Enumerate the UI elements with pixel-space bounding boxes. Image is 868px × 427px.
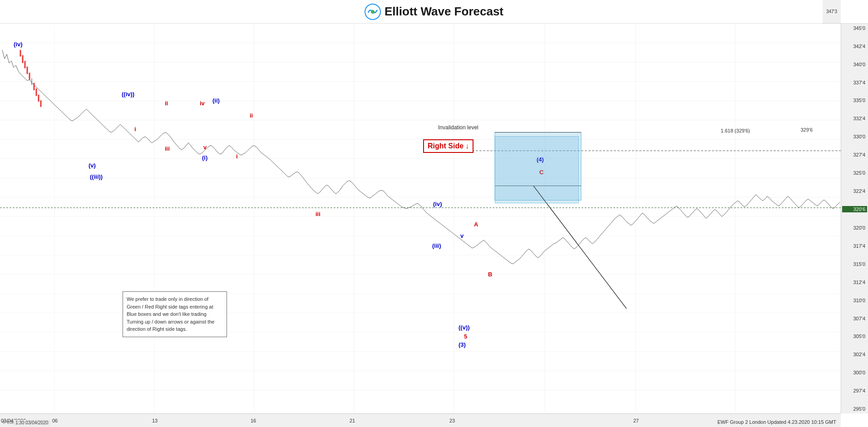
header: Elliott Wave Forecast (0, 0, 868, 24)
wave-label-3-blue: (3) (459, 341, 466, 348)
wave-label-iv-topleft: (iv) (14, 41, 23, 48)
price-322-4: 322'4 (842, 188, 867, 194)
right-side-arrow: ↓ (465, 142, 469, 150)
svg-line-43 (533, 186, 626, 309)
wave-label-5-red: 5 (464, 333, 467, 340)
invalidation-level-text: Invalidation level (438, 124, 478, 131)
corner-price: 347'3 (823, 0, 841, 24)
wave-label-iiiiii: ((iii)) (90, 173, 103, 180)
price-302-4: 302'4 (842, 352, 867, 357)
time-label-23: 23 (449, 418, 455, 423)
wave-label-i-red2: i (236, 153, 238, 160)
price-340-0: 340'0 (842, 62, 867, 67)
wave-label-i-blue: (i) (202, 154, 207, 161)
price-300-0: 300'0 (842, 370, 867, 375)
wave-label-i-red: i (134, 126, 136, 133)
wave-label-v-left: (v) (89, 162, 96, 169)
price-297-4: 297'4 (842, 388, 867, 393)
right-side-box: Right Side ↓ (423, 139, 473, 153)
chart-area: (iv) ((iv)) ((iii)) (v) ii iii i iv (ii)… (0, 24, 841, 413)
logo-icon (365, 4, 381, 20)
wave-label-iii-red1: iii (165, 145, 170, 152)
price-345-0: 345'0 (842, 25, 867, 31)
price-325-0: 325'0 (842, 170, 867, 176)
price-312-4: 312'4 (842, 280, 867, 285)
time-label-21: 21 (350, 418, 355, 423)
chart-container: Elliott Wave Forecast 347'3 * ZC #F, 45 … (0, 0, 868, 427)
price-315-0: 315'0 (842, 261, 867, 267)
forecast-blue-box (495, 136, 579, 203)
wave-label-ii-blue: (ii) (212, 97, 220, 104)
info-box-text: We prefer to trade only in direction of … (127, 296, 214, 332)
wave-label-v-red: v (203, 144, 207, 151)
price-320-0: 320'0 (842, 225, 867, 231)
wave-label-iviv: ((iv)) (122, 91, 134, 98)
chart-svg (0, 24, 841, 413)
brand-title: Elliott Wave Forecast (385, 5, 503, 19)
price-342-4: 342'4 (842, 44, 867, 49)
wave-label-ii-red1: ii (165, 100, 168, 107)
wave-label-vv: ((v)) (459, 324, 470, 331)
price-310-0: 310'0 (842, 298, 867, 303)
price-327-4: 327'4 (842, 152, 867, 157)
annotation-329-6: 329'6 (800, 127, 813, 133)
time-axis: 03/04/2020 06 13 16 21 23 27 (0, 413, 841, 427)
right-side-label: Right Side (428, 142, 464, 150)
bottom-time: 1:30 03/04/2020 (14, 420, 50, 426)
wave-label-iv-red: iv (200, 100, 205, 107)
price-317-4: 317'4 (842, 243, 867, 249)
wave-label-B: B (488, 271, 492, 278)
price-axis: 345'0 342'4 340'0 337'4 335'0 332'4 330'… (841, 24, 868, 413)
svg-point-1 (371, 10, 375, 14)
time-label-16: 16 (251, 418, 256, 423)
wave-label-A: A (474, 221, 478, 228)
current-price-label: 320'6 (842, 206, 867, 212)
wave-label-iii-right: (iii) (432, 242, 441, 249)
price-330-0: 330'0 (842, 134, 867, 139)
price-335-0: 335'0 (842, 98, 867, 103)
info-box: We prefer to trade only in direction of … (123, 291, 227, 337)
footer-ewf: EWF Group 2 London Updated 4.23.2020 10:… (717, 419, 836, 425)
price-295-0: 295'0 (842, 406, 867, 412)
logo-area: Elliott Wave Forecast (365, 4, 503, 20)
wave-label-iv-right: (iv) (433, 201, 442, 207)
price-307-4: 307'4 (842, 316, 867, 321)
wave-label-iii-red2: iii (316, 211, 321, 217)
time-label-06: 06 (52, 418, 58, 423)
price-305-0: 305'0 (842, 334, 867, 339)
time-label-27: 27 (633, 418, 639, 423)
candles-group (20, 50, 41, 107)
wave-label-v-right: v (460, 232, 464, 239)
wave-label-ii-red2: ii (250, 112, 253, 119)
price-337-4: 337'4 (842, 80, 867, 85)
annotation-618: 1.618 (329'6) (721, 128, 750, 133)
time-label-13: 13 (152, 418, 158, 423)
price-332-4: 332'4 (842, 116, 867, 121)
